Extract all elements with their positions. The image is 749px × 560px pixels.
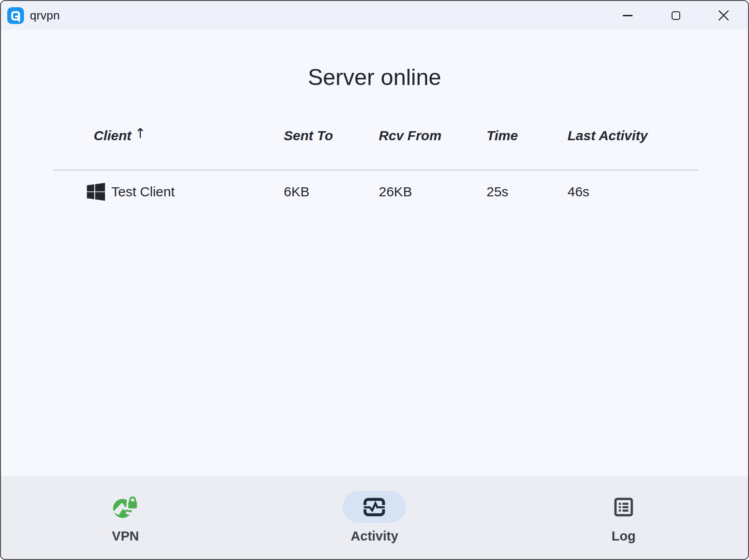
nav-item-vpn[interactable]: VPN <box>1 476 250 559</box>
nav-label-vpn: VPN <box>112 529 139 543</box>
nav-label-log: Log <box>611 529 635 543</box>
rcv-from-value: 26KB <box>379 184 487 199</box>
client-name: Test Client <box>111 184 175 199</box>
app-logo-icon <box>7 7 24 24</box>
sort-ascending-icon: ↑ <box>134 125 146 141</box>
table-header-row: Client ↑ Sent To Rcv From Time Last Acti… <box>53 123 698 148</box>
main-content: Server online Client ↑ Sent To Rcv From … <box>1 30 748 476</box>
log-list-icon <box>614 498 633 517</box>
time-value: 25s <box>487 184 568 199</box>
window-controls <box>617 1 734 30</box>
sent-to-value: 6KB <box>284 184 379 199</box>
column-header-time[interactable]: Time <box>487 128 568 143</box>
maximize-icon <box>672 11 680 20</box>
app-window: qrvpn Server online Client ↑ <box>0 0 749 560</box>
window-title: qrvpn <box>30 9 60 23</box>
last-activity-value: 46s <box>568 184 698 199</box>
column-header-last-activity[interactable]: Last Activity <box>568 128 698 143</box>
active-tab-pill <box>343 491 406 523</box>
column-header-rcv-from[interactable]: Rcv From <box>379 128 487 143</box>
minimize-icon <box>623 15 633 16</box>
bottom-navigation: VPN Activity <box>1 476 748 559</box>
table-divider <box>53 170 698 171</box>
server-status-heading: Server online <box>1 64 748 90</box>
table-row: Test Client 6KB 26KB 25s 46s <box>53 178 698 206</box>
client-cell: Test Client <box>53 183 284 201</box>
windows-icon <box>87 183 105 201</box>
activity-pulse-icon <box>363 498 385 517</box>
globe-lock-icon <box>112 494 138 520</box>
close-button[interactable] <box>713 5 734 26</box>
maximize-button[interactable] <box>665 5 686 26</box>
nav-label-activity: Activity <box>351 529 398 543</box>
nav-item-activity[interactable]: Activity <box>250 476 499 559</box>
close-icon <box>718 10 729 21</box>
nav-item-log[interactable]: Log <box>499 476 748 559</box>
minimize-button[interactable] <box>617 5 638 26</box>
clients-table: Client ↑ Sent To Rcv From Time Last Acti… <box>53 123 698 206</box>
column-header-client[interactable]: Client ↑ <box>53 128 284 144</box>
column-header-sent-to[interactable]: Sent To <box>284 128 379 143</box>
titlebar[interactable]: qrvpn <box>1 1 748 30</box>
